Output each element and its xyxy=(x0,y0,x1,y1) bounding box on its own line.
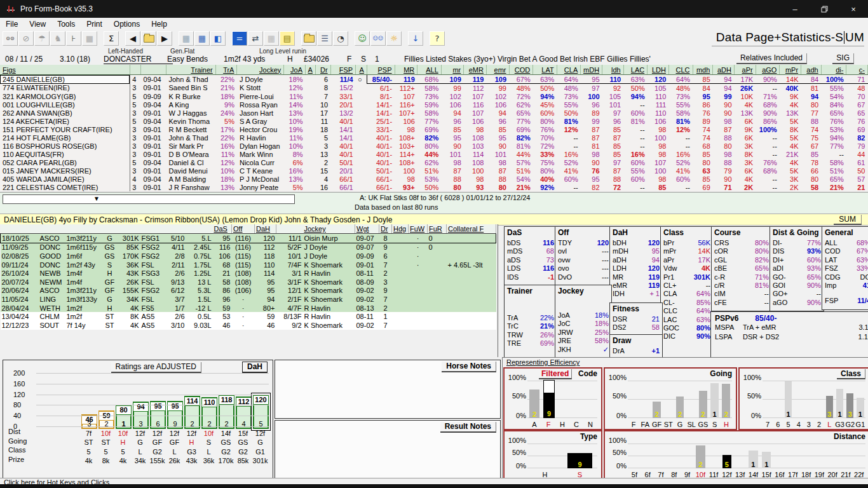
open-race-icon[interactable] xyxy=(141,31,156,46)
runners-col-header-eMR[interactable]: eMR xyxy=(464,65,487,75)
runners-col-header-FSP[interactable]: FSP xyxy=(330,65,355,75)
runner-row[interactable]: 245 DANIELLE(GB)409-04John & Thad22%J Do… xyxy=(0,75,868,84)
runners-col-header-A[interactable]: A xyxy=(356,65,367,75)
history-row[interactable]: 18/10/25ASCO1m3f211yG301KFSG15/105.L95(1… xyxy=(1,234,496,243)
person-icon[interactable]: ☺ xyxy=(355,31,370,46)
history-row[interactable]: 28/04/24WETH1m2fH4KFS51/7-12 L59·80+4/7F… xyxy=(1,304,496,313)
runners-col-header-mdh[interactable]: mdh xyxy=(693,65,713,75)
sigma-icon[interactable]: Σ xyxy=(104,31,119,46)
stopwatch-icon[interactable]: ◔ xyxy=(333,31,348,46)
course-name[interactable]: DONCASTER xyxy=(104,55,173,64)
history-row[interactable]: 02/08/25GOOD1m6fGS170KFSG22/80.75L106(11… xyxy=(1,252,496,261)
menu-view[interactable]: View xyxy=(24,18,51,30)
runners-col-header-emr[interactable]: emr xyxy=(486,65,509,75)
blank-icon[interactable]: ■ xyxy=(82,31,97,46)
runners-col-header-aDH[interactable]: aDH xyxy=(713,65,735,75)
runners-col-header-aGO[interactable]: aGO xyxy=(756,65,780,75)
filtered-button[interactable]: Filtered xyxy=(539,369,572,379)
runner-row[interactable]: 124 AKECHETA(IRE)509-04Kevin Thoma5%S A … xyxy=(0,117,868,125)
runner-row[interactable]: 321 KARMOLOGY(GB)509-09K R Burke18%Pierr… xyxy=(0,92,868,100)
history-row[interactable]: 26/10/24NEWB1m4fH43KFSG32/61.25L21(108)1… xyxy=(1,269,496,278)
download-icon[interactable]: ↓ xyxy=(408,31,423,46)
sum-button[interactable]: SUM xyxy=(834,215,862,225)
class-chart-title[interactable]: Class xyxy=(837,369,865,379)
runner-row[interactable]: 052 CIARA PEARL(GB)509-04Daniel & Cl12%N… xyxy=(0,158,868,166)
notes-card-icon[interactable]: ▤ xyxy=(280,31,295,46)
history-row[interactable]: 12/12/23SOUT7f 14yST4KAS53/109.03L46·469… xyxy=(1,321,496,330)
history-col-header-dah[interactable]: DaH xyxy=(255,224,276,234)
runners-col-header-LAT[interactable]: LAT xyxy=(533,65,557,75)
runners-col-header-aPr[interactable]: aPr xyxy=(735,65,756,75)
sig-button[interactable]: SIG xyxy=(832,53,854,64)
history-row[interactable]: 11/05/24LING1m3f133yG34KFSL3/71.5L96·942… xyxy=(1,295,496,304)
data-page-icon[interactable]: ◧ xyxy=(210,31,226,46)
history-col-header-c6[interactable] xyxy=(165,224,186,234)
runners-col-header-A[interactable]: A xyxy=(306,65,316,75)
runners-col-header-adh[interactable]: adh xyxy=(801,65,822,75)
dah-mode-button[interactable]: DaH xyxy=(242,362,268,373)
binoculars-icon[interactable]: ⊙⊙ xyxy=(3,31,18,46)
history-col-header-fuw[interactable]: FuW xyxy=(409,224,428,234)
runners-col-header-c2[interactable] xyxy=(141,65,166,75)
runner-row[interactable]: 015 JANEY MACKERS(IRE)309-01David Menui1… xyxy=(0,166,868,175)
minimize-button[interactable]: – xyxy=(780,0,810,18)
menu-help[interactable]: Help xyxy=(146,18,173,30)
next-race-icon[interactable]: ▶ xyxy=(157,31,172,46)
ratings-adjusted-button[interactable]: Ratings are ADJUSTED xyxy=(111,362,201,373)
rows-icon[interactable]: = xyxy=(232,31,247,46)
pin-icon[interactable]: ⊦ xyxy=(66,31,81,46)
history-col-header-c5[interactable] xyxy=(140,224,165,234)
history-col-header-das[interactable]: DaS xyxy=(213,224,232,234)
history-row[interactable]: 20/07/24NEWM1m4fGF26KFSL9/1313 L58(108)9… xyxy=(1,278,496,287)
history-row[interactable]: 11/09/25DONC1m6f115yGS85KFSG24/112.45L11… xyxy=(1,243,496,252)
history-col-header-fur[interactable]: FuR xyxy=(428,224,447,234)
close-button[interactable]: × xyxy=(839,0,868,18)
runners-col-header-COD[interactable]: COD xyxy=(509,65,533,75)
runners-col-header-Jockey[interactable]: Jockey xyxy=(237,65,284,75)
umbrella-icon[interactable]: ☂ xyxy=(34,31,50,46)
folder-notes-icon[interactable] xyxy=(301,31,316,46)
runners-col-header-di-[interactable]: di- xyxy=(821,65,846,75)
runner-row[interactable]: 110 AEQUITAS(FR)309-01D B O'Meara11%Mark… xyxy=(0,150,868,158)
runners-col-header-TrA[interactable]: TrA xyxy=(215,65,237,75)
runner-row[interactable]: 214 HOT FLAME(GB)309-01John & Thad22%R H… xyxy=(0,133,868,142)
runners-col-header-mPr[interactable]: mPr xyxy=(780,65,801,75)
grid-detail-icon[interactable]: ▦ xyxy=(194,31,210,46)
runners-col-header-ldh[interactable]: ldh xyxy=(602,65,624,75)
history-col-header-c11[interactable] xyxy=(276,224,303,234)
history-col-header-c1[interactable] xyxy=(39,224,65,234)
runners-col-header-JoA[interactable]: JoA xyxy=(284,65,306,75)
runner-row[interactable]: 262 ANNA SWAN(GB)309-01W J Haggas24%Jaso… xyxy=(0,109,868,117)
history-col-header-jockey[interactable]: Jockey xyxy=(303,224,355,234)
history-col-header-collateral-f[interactable]: Collateral F xyxy=(447,224,496,234)
runners-col-header-CLA[interactable]: CLA xyxy=(557,65,581,75)
runners-col-header-PSP[interactable]: PSP xyxy=(367,65,395,75)
runners-col-header-MR[interactable]: MR xyxy=(395,65,417,75)
runners-col-header-c1[interactable] xyxy=(130,65,141,75)
history-col-header-c0[interactable] xyxy=(1,224,39,234)
history-col-header-dr[interactable]: Dr xyxy=(379,224,392,234)
grid-disabled-icon[interactable]: ▦ xyxy=(264,31,279,46)
history-col-header-c2[interactable] xyxy=(65,224,102,234)
scroll-marker-icon[interactable]: ▼ xyxy=(93,195,100,202)
restore-button[interactable] xyxy=(810,0,839,18)
runners-col-header-ALL[interactable]: ALL xyxy=(417,65,442,75)
history-col-header-c4[interactable] xyxy=(118,224,140,234)
result-notes-button[interactable]: Result Notes xyxy=(440,422,496,433)
horse-icon[interactable]: ♞ xyxy=(50,31,65,46)
runner-row[interactable]: 774 ELWATEEN(IRE)309-01Saeed Bin S21%K S… xyxy=(0,84,868,93)
lightbulb-icon[interactable]: ☼ xyxy=(386,31,402,46)
runners-col-header-LAC[interactable]: LAC xyxy=(623,65,648,75)
magnifier-icon[interactable]: ⊘ xyxy=(18,31,34,46)
history-row[interactable]: 09/11/24DONC1m2f 43yS36KFSL2/111.75L68(1… xyxy=(1,261,496,269)
runner-row[interactable]: 116 BOSPHORUS ROSE(GB)309-01Sir Mark Pr1… xyxy=(0,142,868,150)
swap-columns-icon[interactable]: ⇄ xyxy=(248,31,263,46)
runners-col-header-Trainer[interactable]: Trainer xyxy=(166,65,215,75)
runners-col-header-Figs[interactable]: Figs xyxy=(0,65,130,75)
history-col-header-hdg[interactable]: Hdg xyxy=(392,224,409,234)
menu-print[interactable]: Print xyxy=(81,18,108,30)
runners-col-header-mr[interactable]: mr xyxy=(441,65,463,75)
runner-row[interactable]: 151 PERFECT YOUR CRAFT(IRE)309-01R M Bec… xyxy=(0,125,868,133)
help-icon[interactable]: ? xyxy=(430,31,445,46)
runners-col-header-LDH[interactable]: LDH xyxy=(648,65,669,75)
